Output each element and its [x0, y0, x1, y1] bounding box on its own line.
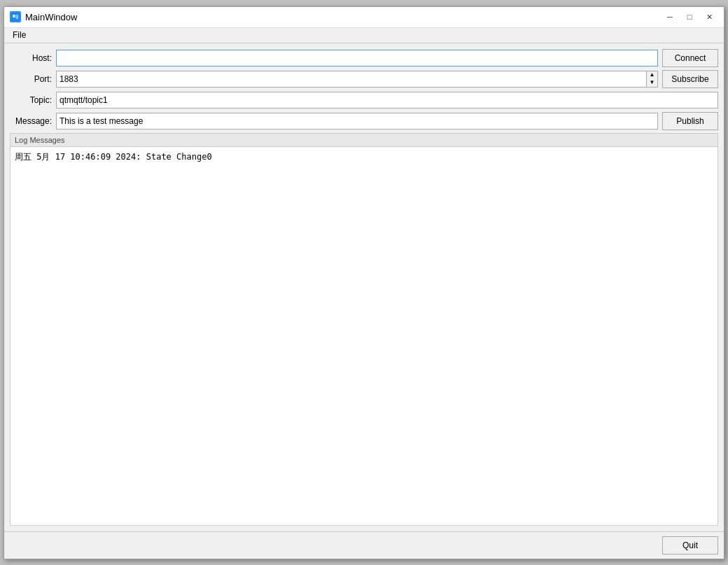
quit-button[interactable]: Quit [662, 536, 718, 554]
port-label: Port: [10, 74, 52, 84]
port-container: ▲ ▼ [56, 71, 658, 88]
port-down-button[interactable]: ▼ [647, 79, 657, 87]
host-label: Host: [10, 53, 52, 63]
svg-rect-1 [13, 15, 15, 18]
title-bar: MainWindow ─ □ ✕ [4, 7, 724, 28]
message-label: Message: [10, 116, 52, 126]
publish-button[interactable]: Publish [662, 112, 718, 130]
window-title: MainWindow [25, 12, 77, 22]
title-bar-controls: ─ □ ✕ [661, 10, 718, 24]
footer: Quit [4, 531, 724, 559]
message-row: Message: Publish [10, 112, 718, 130]
subscribe-button[interactable]: Subscribe [662, 70, 718, 88]
log-content: 周五 5月 17 10:46:09 2024: State Change0 [10, 147, 718, 525]
content-area: Host: Connect Port: ▲ ▼ Subscribe Topic:… [4, 43, 724, 531]
log-title: Log Messages [10, 134, 718, 147]
main-window: MainWindow ─ □ ✕ File Host: Connect Port… [4, 6, 724, 559]
port-spinners: ▲ ▼ [646, 71, 657, 87]
minimize-button[interactable]: ─ [661, 10, 679, 24]
connect-button[interactable]: Connect [662, 49, 718, 67]
menu-bar: File [4, 28, 724, 43]
log-entry: 周五 5月 17 10:46:09 2024: State Change0 [15, 151, 713, 163]
log-section: Log Messages 周五 5月 17 10:46:09 2024: Sta… [10, 133, 718, 526]
maximize-button[interactable]: □ [680, 10, 699, 24]
message-input[interactable] [56, 113, 658, 130]
menu-file[interactable]: File [7, 29, 31, 41]
title-bar-left: MainWindow [10, 11, 77, 22]
port-input[interactable] [57, 71, 646, 87]
topic-label: Topic: [10, 95, 52, 105]
close-button[interactable]: ✕ [700, 10, 718, 24]
port-up-button[interactable]: ▲ [647, 71, 657, 79]
topic-input[interactable] [56, 92, 718, 109]
port-row: Port: ▲ ▼ Subscribe [10, 70, 718, 88]
host-input[interactable] [56, 50, 658, 67]
host-row: Host: Connect [10, 49, 718, 67]
topic-row: Topic: [10, 91, 718, 109]
svg-rect-2 [16, 15, 18, 19]
window-app-icon [10, 11, 21, 22]
